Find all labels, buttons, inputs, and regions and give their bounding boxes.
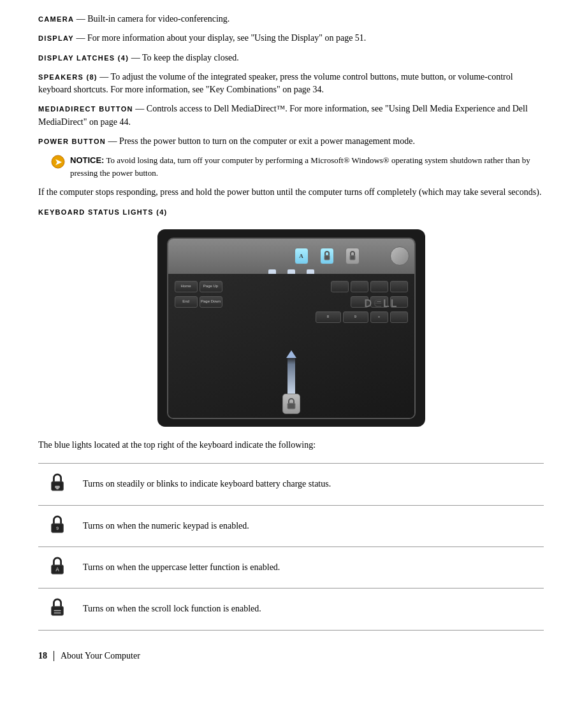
svg-text:➤: ➤	[55, 157, 62, 167]
key-f14	[390, 281, 408, 292]
term-camera-body: Built-in camera for video-conferencing.	[87, 14, 229, 24]
svg-text:A: A	[55, 566, 59, 573]
term-power-body: Press the power button to turn on the co…	[119, 136, 415, 146]
page-number: 18	[38, 650, 47, 662]
up-arrow	[287, 357, 295, 395]
term-speakers: SPEAKERS (8) — To adjust the volume of t…	[38, 71, 544, 97]
key-9: 9	[343, 311, 368, 323]
notice-icon: ➤	[51, 155, 65, 169]
status-table: Turns on steadily or blinks to indicate …	[38, 463, 544, 630]
svg-rect-2	[324, 255, 330, 260]
term-mediadirect: MEDIADIRECT BUTTON — Controls access to …	[38, 103, 544, 129]
term-mediadirect-label: MEDIADIRECT BUTTON	[38, 105, 133, 113]
term-display-latches-body: To keep the display closed.	[142, 53, 239, 62]
table-icon-cell: 9	[38, 505, 76, 546]
table-icon-cell: A	[38, 546, 76, 588]
scroll-lock-icon-table	[48, 596, 67, 618]
key-f11	[331, 281, 349, 292]
key-8: 8	[316, 311, 341, 323]
kb-inner: A	[167, 238, 416, 419]
key-home: Home	[175, 281, 198, 292]
notice-label: NOTICE:	[70, 155, 104, 165]
table-row: Turns on when the scroll lock function i…	[38, 589, 544, 630]
key-f13	[370, 281, 388, 292]
term-camera-separator: —	[74, 14, 87, 24]
caps-lock-icon-table: A	[48, 555, 67, 576]
term-display-separator: —	[74, 33, 87, 43]
term-display-body: For more information about your display,…	[87, 33, 366, 43]
table-description-cell: Turns on when the uppercase letter funct…	[76, 546, 544, 588]
table-description-cell: Turns on when the numeric keypad is enab…	[76, 505, 544, 546]
dell-logo: D∈LL	[364, 296, 398, 311]
notice-block: ➤ NOTICE: To avoid losing data, turn off…	[51, 154, 544, 179]
table-description-cell: Turns on steadily or blinks to indicate …	[76, 464, 544, 505]
key-f12	[351, 281, 368, 292]
table-row: 9 Turns on when the numeric keypad is en…	[38, 505, 544, 546]
term-power: POWER BUTTON — Press the power button to…	[38, 135, 544, 148]
term-display-latches-label: DISPLAY LATCHES (4)	[38, 54, 129, 62]
term-power-separator: —	[106, 136, 119, 146]
table-row: A Turns on when the uppercase letter fun…	[38, 546, 544, 588]
term-speakers-separator: —	[98, 72, 111, 82]
term-camera-label: CAMERA	[38, 15, 74, 23]
keyboard-section-heading: KEYBOARD STATUS LIGHTS (4)	[38, 208, 544, 218]
blue-lights-paragraph: The blue lights located at the top right…	[38, 438, 544, 452]
key-pageup: Page Up	[200, 281, 222, 292]
svg-rect-4	[287, 403, 295, 409]
key-pagedown: Page Down	[200, 296, 222, 308]
table-icon-cell	[38, 464, 76, 505]
term-camera: CAMERA — Built-in camera for video-confe…	[38, 13, 544, 25]
table-icon-cell	[38, 589, 76, 630]
svg-text:9: 9	[56, 525, 59, 531]
svg-rect-3	[350, 255, 355, 260]
svg-rect-14	[54, 613, 61, 614]
svg-rect-13	[54, 610, 61, 611]
bottom-light-indicator	[282, 394, 300, 414]
key-r2	[390, 311, 408, 323]
notice-text: NOTICE: To avoid losing data, turn off y…	[70, 154, 544, 179]
page-footer: 18 About Your Computer	[38, 650, 544, 662]
key-end: End	[175, 296, 198, 308]
page-content: CAMERA — Built-in camera for video-confe…	[38, 13, 544, 662]
keyboard-image-container: A	[38, 229, 544, 427]
term-display: DISPLAY — For more information about you…	[38, 32, 544, 45]
notice-body: To avoid losing data, turn off your comp…	[70, 155, 530, 178]
svg-rect-7	[56, 488, 59, 490]
keyboard-image: A	[157, 229, 425, 427]
kb-top-bar: A	[168, 239, 414, 274]
term-mediadirect-separator: —	[133, 104, 147, 113]
table-row: Turns on steadily or blinks to indicate …	[38, 464, 544, 505]
term-display-latches: DISPLAY LATCHES (4) — To keep the displa…	[38, 52, 544, 64]
term-display-label: DISPLAY	[38, 34, 74, 42]
page-title-footer: About Your Computer	[61, 650, 140, 662]
battery-lock-icon	[48, 471, 67, 493]
caps-lock-indicator: A	[295, 248, 309, 264]
scroll-lock-indicator	[346, 248, 360, 264]
term-speakers-label: SPEAKERS (8)	[38, 73, 98, 81]
table-description-cell: Turns on when the scroll lock function i…	[76, 589, 544, 630]
key-plus: +	[370, 311, 388, 323]
num-lock-icon-table: 9	[48, 513, 67, 535]
paragraph-after-notice: If the computer stops responding, press …	[38, 185, 544, 199]
term-display-latches-separator: —	[129, 53, 142, 62]
term-power-label: POWER BUTTON	[38, 138, 106, 145]
page-separator	[54, 651, 54, 661]
num-lock-indicator	[320, 248, 334, 264]
